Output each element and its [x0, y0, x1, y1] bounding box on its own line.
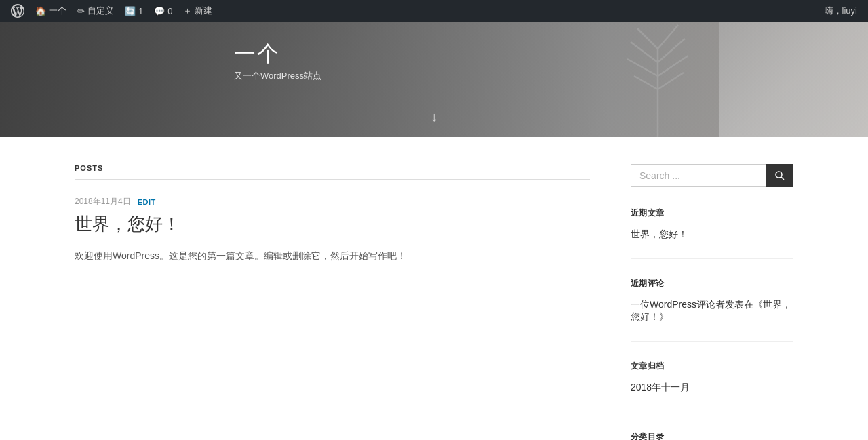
post-edit-link[interactable]: EDIT [138, 198, 156, 206]
post-meta: 2018年11月4日 EDIT [75, 196, 590, 207]
main-wrapper: POSTS 2018年11月4日 EDIT 世界，您好！ 欢迎使用WordPre… [61, 137, 807, 440]
new-content-icon: ＋ [183, 5, 192, 17]
admin-bar-site[interactable]: 🏠 一个 [30, 0, 72, 22]
admin-bar-updates[interactable]: 🔄 1 [119, 0, 149, 22]
admin-bar-new-label: 新建 [195, 5, 212, 17]
content-area: POSTS 2018年11月4日 EDIT 世界，您好！ 欢迎使用WordPre… [75, 164, 590, 440]
admin-bar-customize-label: 自定义 [87, 5, 114, 17]
posts-section-label: POSTS [75, 164, 590, 180]
comments-icon: 💬 [154, 6, 165, 16]
post-content: 欢迎使用WordPress。这是您的第一篇文章。编辑或删除它，然后开始写作吧！ [75, 248, 590, 264]
admin-bar: 🏠 一个 ✏ 自定义 🔄 1 💬 0 ＋ 新建 嗨，liuyi [0, 0, 868, 22]
archives-title: 文章归档 [631, 361, 793, 372]
site-header: 一个 又一个WordPress站点 ↓ [0, 22, 868, 137]
home-icon: 🏠 [35, 6, 46, 16]
sidebar-archives: 文章归档 2018年十一月 [631, 361, 793, 412]
recent-posts-title: 近期文章 [631, 207, 793, 219]
admin-bar-user[interactable]: 嗨，liuyi [819, 5, 863, 17]
sidebar-categories: 分类目录 未分类 [631, 431, 793, 440]
admin-bar-new[interactable]: ＋ 新建 [178, 0, 218, 22]
recent-comments-title: 近期评论 [631, 278, 793, 289]
svg-line-1 [781, 177, 784, 180]
archive-item[interactable]: 2018年十一月 [631, 382, 793, 394]
admin-bar-updates-label: 1 [138, 6, 143, 16]
site-title: 一个 [234, 42, 321, 66]
sidebar-recent-posts: 近期文章 世界，您好！ [631, 207, 793, 259]
categories-title: 分类目录 [631, 431, 793, 440]
customize-icon: ✏ [77, 6, 85, 16]
scroll-down-button[interactable]: ↓ [423, 106, 445, 127]
updates-icon: 🔄 [125, 6, 136, 16]
post-title: 世界，您好！ [75, 213, 590, 236]
admin-bar-user-label: 嗨，liuyi [825, 5, 857, 17]
post-date: 2018年11月4日 [75, 196, 131, 207]
search-button[interactable] [766, 164, 793, 187]
wp-logo-button[interactable] [5, 0, 30, 22]
search-input[interactable] [631, 164, 766, 187]
sidebar-search [631, 164, 793, 187]
hero-plant-decoration [597, 22, 719, 137]
site-title-area: 一个 又一个WordPress站点 [234, 42, 321, 82]
recent-comment-item[interactable]: 一位WordPress评论者发表在《世界，您好！》 [631, 299, 793, 323]
admin-bar-comments-label: 0 [167, 6, 172, 16]
admin-bar-comments[interactable]: 💬 0 [149, 0, 178, 22]
site-tagline: 又一个WordPress站点 [234, 70, 321, 82]
svg-point-0 [776, 172, 782, 178]
sidebar: 近期文章 世界，您好！ 近期评论 一位WordPress评论者发表在《世界，您好… [631, 164, 793, 440]
admin-bar-customize[interactable]: ✏ 自定义 [72, 0, 119, 22]
admin-bar-items: 🏠 一个 ✏ 自定义 🔄 1 💬 0 ＋ 新建 [5, 0, 819, 22]
recent-post-item[interactable]: 世界，您好！ [631, 228, 793, 241]
admin-bar-site-label: 一个 [49, 5, 66, 17]
hero-right-decoration [719, 22, 868, 137]
sidebar-recent-comments: 近期评论 一位WordPress评论者发表在《世界，您好！》 [631, 278, 793, 342]
